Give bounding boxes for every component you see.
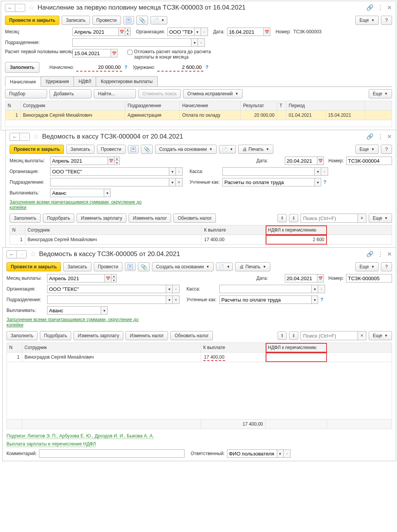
izmenit-zarplatu-button[interactable]: Изменить зарплату: [77, 214, 126, 223]
zapisat-button[interactable]: Записать: [63, 262, 91, 271]
vedomost-table[interactable]: N Сотрудник К выплате НДФЛ к перечислени…: [7, 343, 392, 429]
tab-ndfl[interactable]: НДФЛ: [74, 76, 96, 86]
doc-icon[interactable]: [128, 145, 139, 153]
kebab-icon[interactable]: ⋮: [377, 4, 383, 11]
raschet-date-input[interactable]: 📅: [72, 49, 118, 57]
link-icon[interactable]: 🔗: [366, 133, 374, 140]
back-icon[interactable]: ←: [10, 133, 20, 140]
tab-korrektirovki[interactable]: Корректировки выплаты: [96, 76, 157, 86]
provesti-zakryt-button[interactable]: Провести и закрыть: [10, 145, 64, 154]
help-icon[interactable]: ?: [320, 297, 323, 302]
org-input[interactable]: ▾ ▫: [167, 28, 208, 36]
help-button[interactable]: ?: [381, 16, 392, 25]
calendar-icon[interactable]: 📅: [108, 157, 114, 165]
link-icon[interactable]: 🔗: [366, 4, 374, 11]
open-icon[interactable]: ▫: [201, 28, 208, 36]
calendar-icon[interactable]: 📅: [105, 274, 111, 282]
attach-icon[interactable]: 📎: [141, 145, 153, 154]
clear-icon[interactable]: ×: [358, 331, 366, 340]
back-icon[interactable]: ←: [5, 4, 15, 11]
podobrat-button[interactable]: Подобрать: [40, 331, 71, 340]
izmenit-nalog-button[interactable]: Изменить налог: [129, 214, 171, 223]
table-row[interactable]: 1 Виноградов Сергей Михайлович Администр…: [5, 111, 392, 120]
spin-down-icon[interactable]: ▼: [125, 32, 131, 36]
zapolnit-button[interactable]: Заполнить: [5, 62, 39, 73]
nachisleniya-table[interactable]: N Сотрудник Подразделение Начисление Рез…: [5, 101, 392, 127]
vyplata-link[interactable]: Выплата зарплаты и перечисление НДФЛ: [7, 441, 96, 447]
vyplachivat-input[interactable]: ▾: [47, 306, 108, 315]
kassa-input[interactable]: ▾▫: [219, 285, 325, 293]
calendar-icon[interactable]: 📅: [118, 28, 125, 36]
otvetstvennyj-input[interactable]: ▾▫: [227, 449, 291, 458]
calendar-icon[interactable]: 📅: [317, 157, 324, 165]
otlozhit-checkbox[interactable]: Отложить расчет налога до расчета зарпла…: [127, 49, 219, 60]
date-input[interactable]: 📅: [285, 157, 324, 165]
vyplachivat-input[interactable]: ▾: [50, 189, 111, 197]
link-icon[interactable]: 🔗: [366, 251, 374, 258]
esche-button[interactable]: Еще▼: [369, 331, 392, 340]
search-input[interactable]: ×: [301, 214, 366, 223]
more-actions-button[interactable]: 📄▼: [150, 16, 167, 24]
uchtennye-input[interactable]: ▾: [219, 295, 318, 304]
up-icon[interactable]: ⬆: [278, 214, 287, 222]
pechat-button[interactable]: 🖨 Печать▼: [238, 145, 273, 154]
close-icon[interactable]: ✕: [387, 251, 392, 258]
help-icon[interactable]: ?: [206, 65, 208, 70]
down-icon[interactable]: ⬇: [289, 331, 298, 340]
podrazdelenie-input[interactable]: ▾×: [50, 178, 183, 186]
kassa-input[interactable]: ▾▫: [222, 167, 328, 176]
podpisi-link[interactable]: Подписи: Липатов Э. П., Арбузова Е. Ю., …: [7, 433, 154, 439]
table-row[interactable]: 1 Виноградов Сергей Михайлович 17 400,00…: [10, 235, 392, 245]
nachisleno-value[interactable]: [76, 64, 122, 72]
star-icon[interactable]: ☆: [33, 132, 39, 141]
kommentariy-input[interactable]: [39, 449, 185, 458]
up-icon[interactable]: ⬆: [278, 331, 287, 340]
kebab-icon[interactable]: ⋮: [377, 133, 383, 140]
more-actions-button[interactable]: 📄▼: [216, 263, 233, 271]
obnovit-nalog-button[interactable]: Обновить налог: [173, 214, 216, 223]
podrazdelenie-input[interactable]: ▾×: [47, 295, 180, 304]
provesti-zakryt-button[interactable]: Провести и закрыть: [7, 262, 61, 271]
search-input[interactable]: ×: [301, 331, 366, 340]
month-input[interactable]: 📅 ▲▼: [72, 28, 131, 36]
pechat-button[interactable]: 🖨 Печать▼: [235, 262, 270, 271]
org-input[interactable]: ▾▫: [47, 285, 180, 293]
vedomost-table[interactable]: N Сотрудник К выплате НДФЛ к перечислени…: [10, 225, 392, 245]
naiti-button[interactable]: Найти...: [94, 89, 136, 98]
forward-icon[interactable]: →: [17, 251, 26, 258]
dropdown-icon[interactable]: ▾: [194, 28, 201, 36]
help-icon[interactable]: ?: [124, 65, 127, 70]
close-icon[interactable]: ✕: [387, 133, 392, 140]
podobrat-button[interactable]: Подобрать: [43, 214, 74, 223]
help-icon[interactable]: ?: [323, 180, 326, 185]
esche-button[interactable]: Еще▼: [355, 262, 379, 271]
nav-buttons[interactable]: ←→: [7, 250, 27, 258]
esche-button[interactable]: Еще▼: [369, 89, 392, 98]
down-icon[interactable]: ⬇: [289, 214, 298, 222]
tab-nachisleniya[interactable]: Начисления: [5, 77, 41, 87]
dobavit-button[interactable]: Добавить: [49, 89, 91, 98]
month-input[interactable]: 📅 ▲▼: [50, 157, 120, 165]
zapisat-button[interactable]: Записать: [66, 145, 94, 154]
podrazdelenie-input[interactable]: ▾ ▫: [72, 38, 205, 47]
zapisat-button[interactable]: Записать: [62, 16, 90, 25]
zapolnenie-link[interactable]: Заполнение всеми причитающимися суммами,…: [10, 199, 159, 210]
calendar-icon[interactable]: 📅: [111, 49, 118, 57]
clear-icon[interactable]: ×: [358, 214, 366, 223]
close-icon[interactable]: ✕: [387, 4, 392, 11]
number-input[interactable]: [346, 157, 392, 165]
zapolnit-button[interactable]: Заполнить: [7, 331, 38, 340]
date-input[interactable]: 📅: [285, 274, 324, 282]
esche-button[interactable]: Еще▼: [355, 145, 379, 154]
provesti-zakryt-button[interactable]: Провести и закрыть: [5, 16, 59, 25]
zapolnit-button[interactable]: Заполнить: [10, 214, 41, 223]
provesti-button[interactable]: Провести: [97, 145, 126, 154]
month-input[interactable]: 📅▲▼: [47, 274, 117, 282]
uchtennye-input[interactable]: ▾: [222, 178, 321, 186]
podbor-button[interactable]: Подбор: [5, 89, 47, 98]
esche-button[interactable]: Еще▼: [369, 214, 392, 223]
date-input[interactable]: 📅: [227, 28, 270, 36]
org-input[interactable]: ▾▫: [50, 167, 183, 176]
otmena-ispravleni-button[interactable]: Отмена исправлений▼: [183, 89, 243, 98]
sozdat-button[interactable]: Создать на основании▼: [152, 262, 214, 271]
